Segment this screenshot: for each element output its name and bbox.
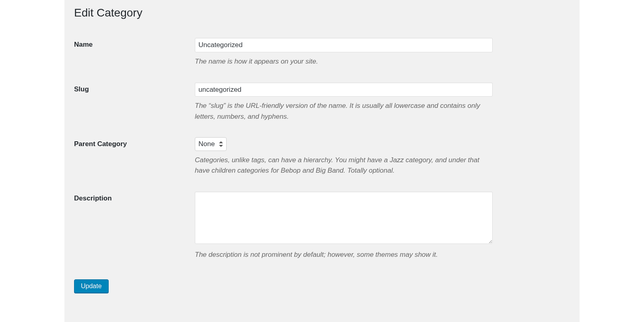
parent-category-help-text: Categories, unlike tags, can have a hier…: [195, 155, 493, 176]
edit-category-page: Edit Category Name The name is how it ap…: [64, 0, 580, 322]
field-row-slug: Slug The “slug” is the URL-friendly vers…: [74, 76, 570, 131]
submit-row: Update: [74, 279, 570, 293]
description-textarea[interactable]: [195, 192, 493, 244]
slug-input[interactable]: [195, 83, 493, 97]
slug-label: Slug: [74, 85, 89, 93]
field-row-parent-category: Parent Category None Categories, unlike …: [74, 131, 570, 185]
parent-category-label: Parent Category: [74, 140, 127, 148]
page-title: Edit Category: [74, 6, 570, 20]
field-row-description: Description The description is not promi…: [74, 185, 570, 269]
chevron-updown-icon: [219, 141, 223, 147]
field-row-name: Name The name is how it appears on your …: [74, 31, 570, 76]
name-label: Name: [74, 41, 93, 48]
slug-help-text: The “slug” is the URL-friendly version o…: [195, 101, 493, 122]
description-label: Description: [74, 194, 112, 202]
description-help-text: The description is not prominent by defa…: [195, 250, 493, 260]
parent-category-select[interactable]: None: [195, 137, 227, 151]
category-form-table: Name The name is how it appears on your …: [74, 31, 570, 268]
update-button[interactable]: Update: [74, 279, 109, 293]
name-input[interactable]: [195, 38, 493, 52]
parent-category-selected-value: None: [198, 140, 215, 148]
name-help-text: The name is how it appears on your site.: [195, 56, 493, 67]
